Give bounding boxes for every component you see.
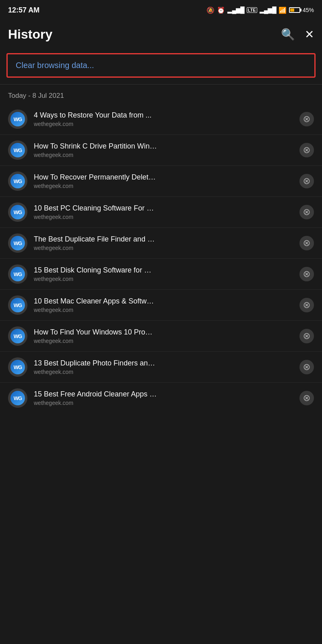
site-favicon: WG bbox=[8, 357, 27, 377]
favicon-initials: WG bbox=[10, 329, 25, 343]
history-title: 10 Best Mac Cleaner Apps & Softw… bbox=[34, 297, 295, 305]
history-title: 15 Best Free Android Cleaner Apps … bbox=[34, 390, 295, 398]
history-title: 10 Best PC Cleaning Software For … bbox=[34, 204, 295, 213]
history-content: 4 Ways to Restore Your Data from ... wet… bbox=[34, 111, 295, 127]
history-title: How To Shrink C Drive Partition Win… bbox=[34, 142, 295, 151]
favicon-initials: WG bbox=[10, 360, 25, 374]
signal2-icon: ▂▄▆█ bbox=[260, 6, 276, 14]
remove-history-button[interactable] bbox=[299, 143, 314, 157]
history-domain: wethegeek.com bbox=[34, 276, 295, 282]
bell-mute-icon: 🔕 bbox=[206, 6, 215, 14]
history-title: How To Recover Permanently Delet… bbox=[34, 173, 295, 182]
date-group-label: Today - 8 Jul 2021 bbox=[0, 86, 322, 104]
history-content: How To Shrink C Drive Partition Win… wet… bbox=[34, 142, 295, 158]
history-title: 13 Best Duplicate Photo Finders an… bbox=[34, 359, 295, 367]
favicon-initials: WG bbox=[10, 112, 25, 126]
status-bar: 12:57 AM 🔕 ⏰ ▂▄▆█ LTE ▂▄▆█ 📶 45% bbox=[0, 0, 322, 20]
site-favicon: WG bbox=[8, 326, 27, 346]
page-title: History bbox=[8, 27, 52, 42]
remove-history-button[interactable] bbox=[299, 267, 314, 281]
remove-history-button[interactable] bbox=[299, 205, 314, 219]
favicon-initials: WG bbox=[10, 174, 25, 188]
site-favicon: WG bbox=[8, 109, 27, 129]
history-content: 13 Best Duplicate Photo Finders an… weth… bbox=[34, 359, 295, 375]
wifi-icon: 📶 bbox=[279, 6, 287, 14]
site-favicon: WG bbox=[8, 295, 27, 315]
site-favicon: WG bbox=[8, 264, 27, 284]
battery-icon bbox=[289, 7, 300, 13]
history-title: 4 Ways to Restore Your Data from ... bbox=[34, 111, 295, 120]
history-content: How To Find Your Windows 10 Pro… wethege… bbox=[34, 328, 295, 344]
history-title: How To Find Your Windows 10 Pro… bbox=[34, 328, 295, 336]
remove-history-button[interactable] bbox=[299, 329, 314, 343]
history-domain: wethegeek.com bbox=[34, 400, 295, 406]
alarm-icon: ⏰ bbox=[217, 6, 225, 14]
history-item[interactable]: WG How To Recover Permanently Delet… wet… bbox=[0, 166, 322, 197]
favicon-initials: WG bbox=[10, 236, 25, 250]
battery-container: 45% bbox=[289, 7, 314, 13]
history-list: WG 4 Ways to Restore Your Data from ... … bbox=[0, 104, 322, 413]
history-content: How To Recover Permanently Delet… wetheg… bbox=[34, 173, 295, 189]
remove-history-button[interactable] bbox=[299, 360, 314, 374]
history-content: 10 Best Mac Cleaner Apps & Softw… wetheg… bbox=[34, 297, 295, 313]
remove-history-button[interactable] bbox=[299, 174, 314, 188]
lte-icon: LTE bbox=[247, 7, 257, 13]
site-favicon: WG bbox=[8, 140, 27, 160]
site-favicon: WG bbox=[8, 233, 27, 253]
history-content: 15 Best Free Android Cleaner Apps … weth… bbox=[34, 390, 295, 406]
signal-icon: ▂▄▆█ bbox=[227, 6, 244, 14]
site-favicon: WG bbox=[8, 171, 27, 191]
history-title: The Best Duplicate File Finder and … bbox=[34, 235, 295, 244]
history-item[interactable]: WG 10 Best Mac Cleaner Apps & Softw… wet… bbox=[0, 290, 322, 321]
site-favicon: WG bbox=[8, 388, 27, 408]
history-domain: wethegeek.com bbox=[34, 245, 295, 251]
remove-history-button[interactable] bbox=[299, 298, 314, 312]
history-content: 15 Best Disk Cloning Software for … weth… bbox=[34, 266, 295, 282]
site-favicon: WG bbox=[8, 202, 27, 222]
history-domain: wethegeek.com bbox=[34, 369, 295, 375]
favicon-initials: WG bbox=[10, 267, 25, 281]
history-item[interactable]: WG How To Find Your Windows 10 Pro… weth… bbox=[0, 321, 322, 352]
remove-history-button[interactable] bbox=[299, 236, 314, 250]
status-icons: 🔕 ⏰ ▂▄▆█ LTE ▂▄▆█ 📶 45% bbox=[206, 6, 314, 14]
history-item[interactable]: WG 15 Best Disk Cloning Software for … w… bbox=[0, 259, 322, 290]
divider bbox=[0, 84, 322, 85]
remove-history-button[interactable] bbox=[299, 112, 314, 126]
header-actions: 🔍 ✕ bbox=[281, 28, 314, 41]
search-icon[interactable]: 🔍 bbox=[281, 28, 295, 41]
battery-percent: 45% bbox=[303, 7, 314, 13]
history-domain: wethegeek.com bbox=[34, 121, 295, 127]
history-item[interactable]: WG How To Shrink C Drive Partition Win… … bbox=[0, 135, 322, 166]
history-domain: wethegeek.com bbox=[34, 183, 295, 189]
favicon-initials: WG bbox=[10, 391, 25, 405]
history-item[interactable]: WG 15 Best Free Android Cleaner Apps … w… bbox=[0, 383, 322, 413]
status-time: 12:57 AM bbox=[8, 6, 39, 14]
close-icon[interactable]: ✕ bbox=[305, 28, 314, 41]
clear-browsing-button[interactable]: Clear browsing data... bbox=[6, 53, 316, 78]
remove-history-button[interactable] bbox=[299, 391, 314, 405]
history-item[interactable]: WG 10 Best PC Cleaning Software For … we… bbox=[0, 197, 322, 228]
battery-fill bbox=[290, 8, 294, 12]
history-item[interactable]: WG 13 Best Duplicate Photo Finders an… w… bbox=[0, 352, 322, 383]
page-header: History 🔍 ✕ bbox=[0, 20, 322, 48]
clear-browsing-wrapper: Clear browsing data... bbox=[0, 48, 322, 83]
favicon-initials: WG bbox=[10, 298, 25, 312]
favicon-initials: WG bbox=[10, 143, 25, 157]
history-title: 15 Best Disk Cloning Software for … bbox=[34, 266, 295, 275]
history-item[interactable]: WG 4 Ways to Restore Your Data from ... … bbox=[0, 104, 322, 135]
history-domain: wethegeek.com bbox=[34, 214, 295, 220]
favicon-initials: WG bbox=[10, 205, 25, 219]
history-domain: wethegeek.com bbox=[34, 307, 295, 313]
history-content: 10 Best PC Cleaning Software For … wethe… bbox=[34, 204, 295, 220]
history-item[interactable]: WG The Best Duplicate File Finder and … … bbox=[0, 228, 322, 259]
history-domain: wethegeek.com bbox=[34, 152, 295, 158]
history-domain: wethegeek.com bbox=[34, 338, 295, 344]
history-content: The Best Duplicate File Finder and … wet… bbox=[34, 235, 295, 251]
